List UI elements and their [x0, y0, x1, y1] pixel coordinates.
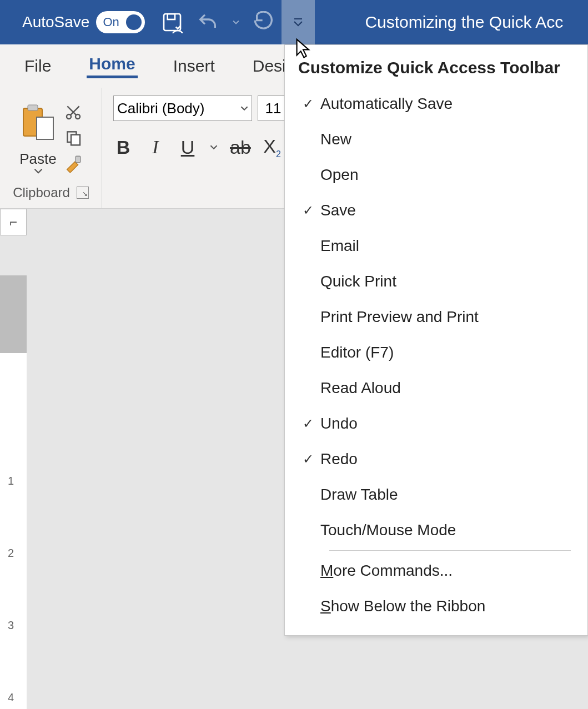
paste-button[interactable]: Paste — [19, 99, 58, 174]
subscript-button[interactable]: X2 — [262, 135, 282, 159]
autosave-label: AutoSave — [22, 13, 89, 31]
customize-qat-button[interactable] — [282, 0, 315, 44]
underline-button[interactable]: U — [178, 137, 198, 158]
menu-item[interactable]: Open — [285, 157, 587, 193]
ruler-number: 4 — [8, 691, 14, 704]
menu-label: Draw Table — [320, 486, 398, 504]
menu-item[interactable]: ✓Save — [285, 193, 587, 228]
format-painter-icon[interactable] — [63, 153, 83, 173]
chevron-down-icon — [34, 168, 43, 174]
redo-icon[interactable] — [253, 11, 276, 34]
tab-file[interactable]: File — [22, 57, 53, 76]
check-icon: ✓ — [296, 203, 320, 218]
menu-label: Read Aloud — [320, 379, 401, 397]
svg-rect-1 — [168, 14, 175, 19]
menu-label: More Commands... — [320, 562, 453, 580]
ruler-number: 3 — [8, 619, 14, 632]
font-name-value: Calibri (Body) — [117, 100, 205, 117]
menu-item[interactable]: Email — [285, 228, 587, 264]
clipboard-group: Paste — [0, 88, 102, 208]
menu-label: Print Preview and Print — [320, 308, 479, 326]
menu-item[interactable]: ✓Redo — [285, 441, 587, 477]
menu-item[interactable]: ✓Automatically Save — [285, 86, 587, 122]
title-bar: AutoSave On — [0, 0, 588, 44]
check-icon: ✓ — [296, 96, 320, 112]
customize-qat-menu: Customize Quick Access Toolbar ✓Automati… — [284, 44, 588, 636]
menu-label: Quick Print — [320, 273, 396, 290]
autosave-toggle-text: On — [103, 15, 119, 29]
vertical-ruler[interactable]: 1 2 3 4 — [0, 275, 27, 709]
menu-label: Automatically Save — [320, 95, 453, 113]
tab-home[interactable]: Home — [87, 54, 137, 78]
clipboard-caption: Clipboard — [13, 185, 70, 200]
undo-icon[interactable] — [196, 11, 219, 34]
menu-item[interactable]: New — [285, 122, 587, 157]
menu-item[interactable]: Print Preview and Print — [285, 299, 587, 335]
clipboard-launcher-icon[interactable]: ↘ — [77, 187, 89, 199]
menu-item[interactable]: Draw Table — [285, 477, 587, 512]
save-icon[interactable] — [160, 11, 184, 34]
check-icon: ✓ — [296, 416, 320, 431]
menu-label: New — [320, 130, 351, 148]
chevron-down-icon — [240, 104, 248, 112]
menu-item[interactable]: Touch/Mouse Mode — [285, 512, 587, 548]
ruler-number: 2 — [8, 547, 14, 560]
menu-label: Redo — [320, 450, 358, 468]
italic-button[interactable]: I — [145, 137, 165, 158]
menu-more-commands[interactable]: More Commands... — [285, 553, 587, 589]
tab-design[interactable]: Desi — [250, 57, 288, 76]
toggle-knob — [126, 14, 142, 30]
dropdown-title: Customize Quick Access Toolbar — [285, 45, 587, 86]
bold-button[interactable]: B — [113, 137, 133, 158]
ruler-corner-icon[interactable]: ⌐ — [0, 209, 27, 235]
menu-item[interactable]: ✓Undo — [285, 406, 587, 441]
menu-label: Email — [320, 237, 359, 255]
document-title: Customizing the Quick Acc — [365, 13, 563, 32]
cut-icon[interactable] — [63, 102, 83, 122]
font-size-value: 11 — [265, 100, 282, 117]
quick-access-toolbar — [160, 11, 276, 34]
svg-rect-9 — [71, 135, 80, 145]
menu-item[interactable]: Read Aloud — [285, 370, 587, 406]
menu-label: Open — [320, 166, 359, 184]
menu-item[interactable]: Quick Print — [285, 264, 587, 299]
copy-icon[interactable] — [63, 128, 83, 148]
menu-item[interactable]: Editor (F7) — [285, 335, 587, 370]
chevron-down-icon[interactable] — [210, 143, 218, 151]
menu-label: Editor (F7) — [320, 344, 394, 361]
menu-label: Save — [320, 202, 356, 219]
tab-insert[interactable]: Insert — [171, 57, 217, 76]
svg-rect-4 — [28, 105, 38, 110]
menu-separator — [329, 550, 571, 551]
menu-label: Touch/Mouse Mode — [320, 521, 456, 539]
svg-rect-5 — [37, 117, 53, 139]
check-icon: ✓ — [296, 451, 320, 467]
paste-icon — [19, 103, 58, 147]
paste-label: Paste — [19, 150, 57, 168]
menu-show-below-ribbon[interactable]: Show Below the Ribbon — [285, 589, 587, 624]
ruler-number: 1 — [8, 475, 14, 487]
svg-rect-10 — [76, 156, 81, 162]
autosave-toggle[interactable]: On — [96, 11, 145, 33]
menu-label: Show Below the Ribbon — [320, 597, 485, 615]
undo-more-icon[interactable] — [232, 11, 240, 34]
strikethrough-button[interactable]: ab — [230, 137, 250, 158]
menu-label: Undo — [320, 415, 358, 433]
font-name-dropdown[interactable]: Calibri (Body) — [113, 95, 252, 121]
